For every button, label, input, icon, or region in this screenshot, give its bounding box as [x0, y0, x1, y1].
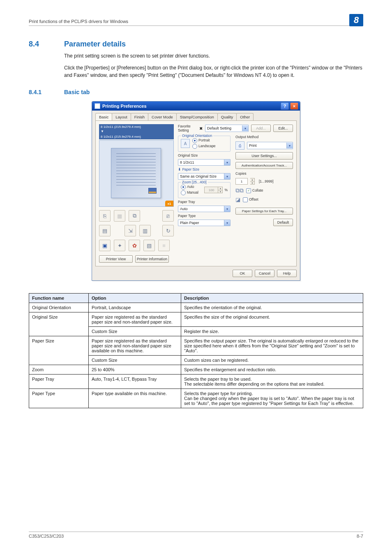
tab-quality[interactable]: Quality	[217, 113, 237, 120]
tool-booklet-icon[interactable]: ▤	[99, 225, 111, 236]
table-cell-fn: Paper Tray	[29, 375, 89, 389]
section-paragraph-2: Click the [Properties] or [Preferences] …	[64, 65, 363, 79]
table-cell-opt: Paper size registered as the standard pa…	[89, 336, 181, 356]
paper-type-dropdown[interactable]: Plain Paper▾	[178, 220, 231, 226]
tab-cover-mode[interactable]: Cover Mode	[148, 113, 177, 120]
tool-duplex-icon[interactable]: ⧉	[129, 210, 140, 222]
offset-checkbox[interactable]: Offset	[243, 197, 258, 202]
zoom-value-input[interactable]: 100	[204, 187, 218, 193]
tool-staple-icon[interactable]: ⎚	[162, 210, 174, 222]
table-cell-desc: Specifies the orientation of the origina…	[181, 303, 363, 312]
tab-basic[interactable]: Basic	[95, 113, 112, 120]
subsection-title: Basic tab	[64, 89, 90, 95]
tool-nup-icon[interactable]: ▦	[114, 210, 125, 222]
favorite-setting-label: Favorite Setting	[178, 124, 194, 132]
table-cell-desc: Specifies the output paper size. The ori…	[181, 336, 363, 356]
collate-icon: ⧉⧉	[235, 187, 244, 194]
paper-settings-each-tray-button[interactable]: Paper Settings for Each Tray...	[235, 208, 293, 215]
zoom-percent-label: %	[224, 188, 228, 192]
table-cell-opt: Paper type available on this machine.	[89, 389, 181, 408]
tool-security-icon[interactable]: ✿	[129, 240, 140, 251]
preview-size-label-2: 8 1/2x11 (215.9x279.4 mm)	[99, 134, 174, 139]
original-size-label: Original Size	[178, 153, 231, 157]
user-settings-button[interactable]: User Settings...	[235, 152, 293, 160]
paper-size-dropdown[interactable]: Same as Original Size▾	[178, 173, 231, 180]
copies-input[interactable]: 1	[235, 178, 248, 185]
tab-other[interactable]: Other	[236, 113, 254, 120]
subsection-number: 8.4.1	[29, 89, 53, 95]
original-orientation-group: Original Orientation A Portrait Landscap…	[178, 136, 231, 152]
table-cell-fn: Original Orientation	[29, 303, 89, 312]
table-cell-opt: Auto, Tray1-4, LCT, Bypass Tray	[89, 375, 181, 389]
favorite-add-button[interactable]: Add...	[251, 125, 271, 132]
zoom-manual-radio[interactable]: Manual	[181, 190, 198, 195]
tool-output-icon[interactable]: ⎘	[99, 210, 111, 222]
cancel-button[interactable]: Cancel	[255, 270, 274, 277]
th-function-name: Function name	[29, 294, 89, 303]
table-cell-fn: Paper Size	[29, 336, 89, 365]
table-cell-fn: Zoom	[29, 365, 89, 375]
tab-layout[interactable]: Layout	[112, 113, 131, 120]
copies-label: Copies	[235, 171, 293, 176]
paper-tray-dropdown[interactable]: Auto▾	[178, 206, 231, 212]
function-table: Function name Option Description Origina…	[29, 293, 363, 408]
running-header: Print functions of the PCL/PS drivers fo…	[29, 19, 128, 24]
tool-shift-icon[interactable]: ⇲	[125, 225, 136, 236]
offset-icon: ◪	[235, 197, 240, 203]
table-cell-desc: Specifies the size of the original docum…	[181, 312, 363, 327]
tool-quality-icon[interactable]: ≡	[158, 240, 170, 251]
tab-stamp-composition[interactable]: Stamp/Composition	[176, 113, 218, 120]
table-cell-opt: Custom Size	[89, 327, 181, 336]
default-button[interactable]: Default	[273, 219, 293, 226]
table-cell-desc: Register the size.	[181, 327, 363, 336]
table-cell-opt: 25 to 400%	[89, 365, 181, 375]
zoom-auto-radio[interactable]: Auto	[181, 185, 198, 190]
titlebar-close-button[interactable]: ×	[290, 102, 298, 110]
chapter-number-badge: 8	[349, 14, 363, 26]
favorite-setting-dropdown[interactable]: Default Setting▾	[205, 125, 249, 132]
favorite-edit-button[interactable]: Edit...	[273, 125, 293, 132]
titlebar-help-button[interactable]: ?	[281, 102, 289, 110]
table-cell-opt: Portrait, Landscape	[89, 303, 181, 312]
printer-view-button[interactable]: Printer View	[99, 255, 133, 263]
tab-finish[interactable]: Finish	[131, 113, 148, 120]
dialog-titlebar[interactable]: Printing Preferences ? ×	[92, 102, 300, 111]
copies-spinner[interactable]: ▲▼	[250, 178, 255, 185]
output-method-icon: ⎙	[235, 141, 244, 150]
tool-cover-icon[interactable]: ▣	[99, 240, 111, 251]
dialog-tabs: Basic Layout Finish Cover Mode Stamp/Com…	[92, 111, 300, 120]
zoom-spinner[interactable]: ▲▼	[218, 187, 223, 193]
original-size-dropdown[interactable]: 8 1/2x11▾	[178, 159, 231, 166]
tool-fold-icon[interactable]: ▥	[139, 225, 151, 236]
th-description: Description	[181, 294, 363, 303]
printer-icon	[95, 103, 100, 109]
collate-checkbox[interactable]: Collate	[246, 188, 263, 193]
auth-account-track-button[interactable]: Authentication/Account Track...	[235, 162, 293, 169]
tool-watermark-icon[interactable]: ✦	[114, 240, 125, 251]
tool-rotate-icon[interactable]: ↻	[162, 225, 174, 236]
copies-range-label: [1...9999]	[259, 179, 273, 183]
landscape-radio[interactable]: Landscape	[192, 144, 216, 149]
table-cell-desc: Specifies the enlargement and reduction …	[181, 365, 363, 375]
orientation-icon: A	[181, 139, 190, 148]
section-title: Parameter details	[64, 40, 126, 49]
table-cell-opt: Paper size registered as the standard pa…	[89, 312, 181, 327]
table-cell-opt: Custom Size	[89, 356, 181, 365]
preview-copies-badge: x1	[165, 201, 173, 206]
tool-overlay-icon[interactable]: ▧	[143, 240, 155, 251]
favorite-icon: ✖	[199, 126, 203, 131]
portrait-radio[interactable]: Portrait	[192, 138, 216, 143]
section-paragraph-1: The print setting screen is the screen t…	[64, 53, 363, 60]
flag-icon	[148, 188, 157, 194]
output-method-label: Output Method	[235, 135, 293, 139]
printing-preferences-dialog: Printing Preferences ? × Basic Layout Fi…	[92, 101, 300, 281]
table-cell-fn: Original Size	[29, 312, 89, 336]
dialog-title: Printing Preferences	[102, 104, 147, 109]
help-button[interactable]: Help	[277, 270, 297, 277]
page-preview: x1	[99, 140, 174, 207]
ok-button[interactable]: OK	[233, 270, 252, 277]
printer-information-button[interactable]: Printer Information	[135, 255, 169, 263]
output-method-dropdown[interactable]: Print▾	[247, 142, 293, 149]
paper-size-label: ⬇ Paper Size	[178, 167, 231, 171]
table-cell-desc: Selects the paper tray to be used. The s…	[181, 375, 363, 389]
